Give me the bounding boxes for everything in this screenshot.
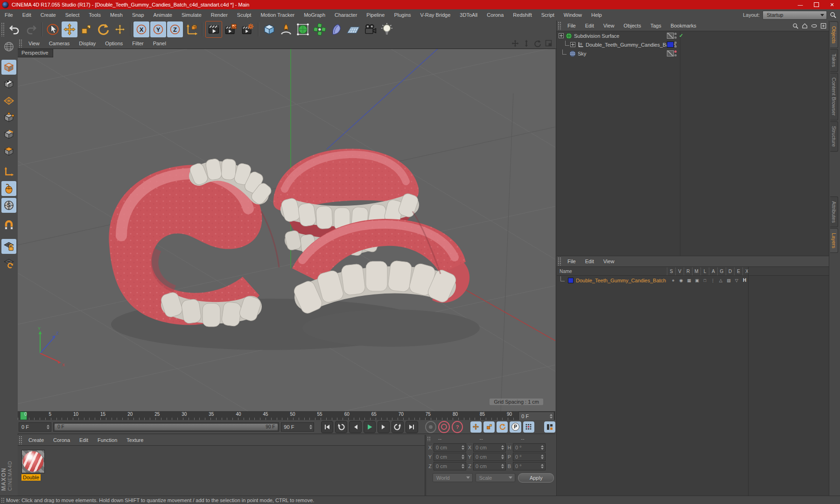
object-name[interactable]: Subdivision Surface xyxy=(574,33,619,39)
spinner-icon[interactable] xyxy=(541,464,545,469)
undo-button[interactable] xyxy=(7,21,22,37)
menu-vray-bridge[interactable]: V-Ray Bridge xyxy=(416,9,455,21)
layer-row-double-teeth[interactable]: Double_Teeth_Gummy_Candies_Batch ● ◉ ▦ ▣… xyxy=(557,276,829,285)
timeline-ruler[interactable]: 0 5 10 15 20 25 30 35 40 45 50 55 60 65 … xyxy=(18,411,555,420)
ruler-frame-field[interactable]: 0 F xyxy=(518,412,554,420)
workplane-auto-button[interactable] xyxy=(1,256,16,271)
scale-mode-dropdown[interactable]: Scale xyxy=(476,473,516,482)
size-y-field[interactable]: 0 cm xyxy=(473,453,506,461)
rotate-view-icon[interactable] xyxy=(534,40,541,47)
coordinate-system-button[interactable] xyxy=(184,21,200,37)
range-track[interactable]: 0 F 90 F xyxy=(55,424,278,430)
current-frame-field[interactable]: 0 F xyxy=(19,422,51,432)
pan-view-icon[interactable] xyxy=(511,40,519,47)
size-z-field[interactable]: 0 cm xyxy=(473,462,506,470)
deformers-icon[interactable]: ▧ xyxy=(725,278,733,283)
previous-frame-button[interactable] xyxy=(349,421,361,433)
tab-takes[interactable]: Takes xyxy=(830,49,838,72)
autokey-button[interactable] xyxy=(438,421,449,433)
add-light-button[interactable] xyxy=(379,21,395,37)
key-position-button[interactable] xyxy=(470,421,482,433)
animation-icon[interactable]: ⋮ xyxy=(709,278,717,283)
viewport-canvas[interactable]: Y Z X xyxy=(18,49,555,412)
material-menu-texture[interactable]: Texture xyxy=(122,434,148,446)
om-menu-edit[interactable]: Edit xyxy=(581,20,599,31)
tweak-mode-button[interactable] xyxy=(1,181,16,196)
add-spline-button[interactable] xyxy=(278,21,294,37)
menu-script[interactable]: Script xyxy=(537,9,559,21)
spinner-icon[interactable] xyxy=(462,445,466,450)
object-row-sky[interactable]: Sky xyxy=(557,49,829,58)
layer-menu-grip[interactable] xyxy=(558,257,562,266)
material-thumbnail[interactable] xyxy=(21,450,45,473)
menu-snap[interactable]: Snap xyxy=(127,9,149,21)
toggle-view-icon[interactable] xyxy=(545,40,553,47)
viewport-menu-filter[interactable]: Filter xyxy=(127,38,148,49)
maximize-button[interactable] xyxy=(808,0,824,9)
close-button[interactable]: × xyxy=(824,0,840,9)
menu-file[interactable]: File xyxy=(0,9,18,21)
rot-b-field[interactable]: 0 ° xyxy=(513,462,546,470)
viewport-menu-panel[interactable]: Panel xyxy=(148,38,171,49)
material-name[interactable]: Double xyxy=(21,474,41,481)
home-icon[interactable] xyxy=(802,23,808,29)
material-menu-corona[interactable]: Corona xyxy=(49,434,75,446)
add-primitive-button[interactable] xyxy=(261,21,277,37)
layout-dropdown[interactable]: Startup xyxy=(763,11,827,20)
manager-icon[interactable]: ▣ xyxy=(693,278,701,283)
add-view-icon[interactable] xyxy=(820,23,826,29)
key-pla-button[interactable] xyxy=(523,421,534,433)
layer-menu-file[interactable]: File xyxy=(563,256,581,267)
coordinate-space-dropdown[interactable]: World xyxy=(433,473,473,482)
tab-objects[interactable]: Objects xyxy=(830,21,838,48)
keyframe-options-button[interactable]: ? xyxy=(452,421,463,433)
play-forward-button[interactable] xyxy=(364,421,376,433)
goto-start-button[interactable] xyxy=(321,421,333,433)
search-icon[interactable] xyxy=(792,23,798,29)
viewport-menu-grip[interactable] xyxy=(19,39,23,48)
generators-icon[interactable]: △ xyxy=(717,278,725,283)
goto-end-button[interactable] xyxy=(406,421,418,433)
eye-icon[interactable] xyxy=(811,23,817,29)
live-selection-button[interactable] xyxy=(45,21,61,37)
timeline-ticks[interactable]: 0 5 10 15 20 25 30 35 40 45 50 55 60 65 … xyxy=(18,411,518,420)
visibility-dots[interactable] xyxy=(674,50,677,56)
key-parameter-button[interactable]: P xyxy=(510,421,521,433)
render-icon[interactable]: ▦ xyxy=(685,278,693,283)
x-axis-lock-button[interactable]: X xyxy=(133,21,149,37)
snap-toggle-button[interactable]: S xyxy=(1,198,16,213)
add-deformer-button[interactable] xyxy=(329,21,344,37)
workplane-mode-button[interactable] xyxy=(1,93,16,108)
expand-icon[interactable] xyxy=(559,33,564,38)
spinner-icon[interactable] xyxy=(541,455,545,459)
spinner-icon[interactable] xyxy=(501,455,505,459)
perspective-viewport[interactable]: Perspective xyxy=(18,49,555,412)
spinner-icon[interactable] xyxy=(462,464,466,469)
visibility-dots[interactable] xyxy=(674,33,677,39)
layer-chip[interactable] xyxy=(667,33,674,39)
menu-redshift[interactable]: Redshift xyxy=(508,9,536,21)
layer-chip[interactable] xyxy=(667,50,674,56)
loop-button[interactable] xyxy=(392,421,404,433)
last-tool-button[interactable] xyxy=(112,21,128,37)
spinner-icon[interactable] xyxy=(309,425,314,429)
rot-h-field[interactable]: 0 ° xyxy=(513,443,546,452)
om-menu-file[interactable]: File xyxy=(563,20,581,31)
polygons-mode-button[interactable] xyxy=(1,144,16,159)
viewport-menu-options[interactable]: Options xyxy=(100,38,127,49)
y-axis-lock-button[interactable]: Y xyxy=(150,21,166,37)
minimize-button[interactable]: — xyxy=(792,0,808,9)
menu-mesh[interactable]: Mesh xyxy=(105,9,127,21)
om-menu-view[interactable]: View xyxy=(599,20,619,31)
pos-y-field[interactable]: 0 cm xyxy=(434,453,466,461)
solo-icon[interactable]: ● xyxy=(669,278,677,283)
workplane-lock-button[interactable] xyxy=(1,239,16,254)
view-icon[interactable]: ◉ xyxy=(677,278,685,283)
pos-z-field[interactable]: 0 cm xyxy=(434,462,466,470)
visibility-dots[interactable] xyxy=(674,42,677,48)
viewport-menu-view[interactable]: View xyxy=(24,38,44,49)
menu-window[interactable]: Window xyxy=(559,9,587,21)
expand-icon[interactable] xyxy=(570,42,575,47)
menu-plugins[interactable]: Plugins xyxy=(389,9,415,21)
menu-motion-tracker[interactable]: Motion Tracker xyxy=(256,9,299,21)
